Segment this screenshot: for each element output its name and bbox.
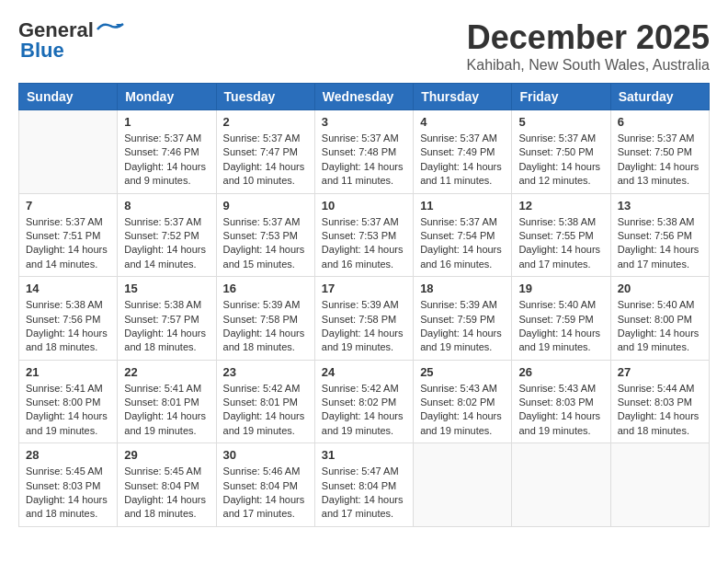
calendar-cell: 17Sunrise: 5:39 AMSunset: 7:58 PMDayligh… bbox=[314, 277, 413, 361]
day-info: Sunrise: 5:45 AMSunset: 8:04 PMDaylight:… bbox=[124, 465, 209, 522]
calendar-cell: 20Sunrise: 5:40 AMSunset: 8:00 PMDayligh… bbox=[610, 277, 709, 361]
calendar-cell bbox=[19, 110, 118, 194]
day-number: 7 bbox=[26, 199, 110, 213]
day-number: 18 bbox=[420, 282, 505, 295]
day-info: Sunrise: 5:37 AMSunset: 7:52 PMDaylight:… bbox=[124, 215, 209, 272]
calendar-cell: 6Sunrise: 5:37 AMSunset: 7:50 PMDaylight… bbox=[610, 110, 709, 194]
day-info: Sunrise: 5:38 AMSunset: 7:56 PMDaylight:… bbox=[26, 298, 110, 355]
day-header-wednesday: Wednesday bbox=[314, 84, 413, 110]
calendar-cell: 2Sunrise: 5:37 AMSunset: 7:47 PMDaylight… bbox=[216, 110, 314, 194]
day-info: Sunrise: 5:37 AMSunset: 7:51 PMDaylight:… bbox=[26, 215, 110, 272]
day-info: Sunrise: 5:37 AMSunset: 7:53 PMDaylight:… bbox=[223, 215, 308, 272]
calendar-cell: 3Sunrise: 5:37 AMSunset: 7:48 PMDaylight… bbox=[314, 110, 413, 194]
calendar-cell: 9Sunrise: 5:37 AMSunset: 7:53 PMDaylight… bbox=[216, 193, 314, 277]
calendar-week-row: 7Sunrise: 5:37 AMSunset: 7:51 PMDaylight… bbox=[19, 193, 710, 277]
calendar-cell: 31Sunrise: 5:47 AMSunset: 8:04 PMDayligh… bbox=[314, 443, 413, 527]
day-number: 14 bbox=[26, 282, 110, 295]
day-header-thursday: Thursday bbox=[414, 84, 512, 110]
month-title: December 2025 bbox=[467, 18, 710, 57]
calendar-cell: 25Sunrise: 5:43 AMSunset: 8:02 PMDayligh… bbox=[414, 360, 512, 443]
calendar-cell: 12Sunrise: 5:38 AMSunset: 7:55 PMDayligh… bbox=[512, 193, 610, 277]
day-number: 24 bbox=[322, 365, 406, 379]
day-number: 29 bbox=[124, 448, 209, 462]
logo-blue: Blue bbox=[20, 39, 64, 63]
header: General Blue December 2025 Kahibah, New … bbox=[18, 18, 710, 74]
calendar-table: SundayMondayTuesdayWednesdayThursdayFrid… bbox=[18, 83, 710, 527]
day-info: Sunrise: 5:39 AMSunset: 7:58 PMDaylight:… bbox=[223, 298, 308, 355]
calendar-cell: 7Sunrise: 5:37 AMSunset: 7:51 PMDaylight… bbox=[19, 193, 118, 277]
day-number: 28 bbox=[26, 448, 110, 462]
day-number: 6 bbox=[618, 115, 702, 129]
day-info: Sunrise: 5:37 AMSunset: 7:50 PMDaylight:… bbox=[518, 132, 603, 189]
day-number: 5 bbox=[518, 115, 603, 129]
day-number: 17 bbox=[322, 282, 406, 295]
day-number: 1 bbox=[124, 115, 209, 129]
calendar-cell bbox=[610, 443, 709, 527]
day-number: 23 bbox=[223, 365, 308, 379]
day-info: Sunrise: 5:43 AMSunset: 8:03 PMDaylight:… bbox=[518, 382, 603, 439]
calendar-cell bbox=[512, 443, 610, 527]
calendar-cell: 26Sunrise: 5:43 AMSunset: 8:03 PMDayligh… bbox=[512, 360, 610, 443]
day-number: 27 bbox=[618, 365, 702, 379]
calendar-week-row: 21Sunrise: 5:41 AMSunset: 8:00 PMDayligh… bbox=[19, 360, 710, 443]
calendar-cell: 24Sunrise: 5:42 AMSunset: 8:02 PMDayligh… bbox=[314, 360, 413, 443]
day-info: Sunrise: 5:37 AMSunset: 7:48 PMDaylight:… bbox=[322, 132, 406, 189]
calendar-cell: 10Sunrise: 5:37 AMSunset: 7:53 PMDayligh… bbox=[314, 193, 413, 277]
calendar-cell: 13Sunrise: 5:38 AMSunset: 7:56 PMDayligh… bbox=[610, 193, 709, 277]
calendar-cell: 30Sunrise: 5:46 AMSunset: 8:04 PMDayligh… bbox=[216, 443, 314, 527]
day-number: 19 bbox=[518, 282, 603, 295]
logo: General Blue bbox=[18, 18, 125, 63]
day-number: 10 bbox=[322, 199, 406, 213]
calendar-header-row: SundayMondayTuesdayWednesdayThursdayFrid… bbox=[19, 84, 710, 110]
day-info: Sunrise: 5:45 AMSunset: 8:03 PMDaylight:… bbox=[26, 465, 110, 522]
day-info: Sunrise: 5:37 AMSunset: 7:54 PMDaylight:… bbox=[420, 215, 505, 272]
calendar-cell: 1Sunrise: 5:37 AMSunset: 7:46 PMDaylight… bbox=[118, 110, 216, 194]
day-info: Sunrise: 5:37 AMSunset: 7:46 PMDaylight:… bbox=[124, 132, 209, 189]
day-info: Sunrise: 5:41 AMSunset: 8:00 PMDaylight:… bbox=[26, 382, 110, 439]
day-header-saturday: Saturday bbox=[610, 84, 709, 110]
calendar-cell: 4Sunrise: 5:37 AMSunset: 7:49 PMDaylight… bbox=[414, 110, 512, 194]
day-info: Sunrise: 5:37 AMSunset: 7:49 PMDaylight:… bbox=[420, 132, 505, 189]
day-info: Sunrise: 5:42 AMSunset: 8:02 PMDaylight:… bbox=[322, 382, 406, 439]
day-number: 31 bbox=[322, 448, 406, 462]
day-header-sunday: Sunday bbox=[19, 84, 118, 110]
day-info: Sunrise: 5:38 AMSunset: 7:56 PMDaylight:… bbox=[618, 215, 702, 272]
calendar-cell: 19Sunrise: 5:40 AMSunset: 7:59 PMDayligh… bbox=[512, 277, 610, 361]
day-number: 26 bbox=[518, 365, 603, 379]
day-info: Sunrise: 5:47 AMSunset: 8:04 PMDaylight:… bbox=[322, 465, 406, 522]
day-number: 20 bbox=[618, 282, 702, 295]
day-info: Sunrise: 5:37 AMSunset: 7:47 PMDaylight:… bbox=[223, 132, 308, 189]
calendar-cell: 16Sunrise: 5:39 AMSunset: 7:58 PMDayligh… bbox=[216, 277, 314, 361]
day-info: Sunrise: 5:43 AMSunset: 8:02 PMDaylight:… bbox=[420, 382, 505, 439]
calendar-cell: 22Sunrise: 5:41 AMSunset: 8:01 PMDayligh… bbox=[118, 360, 216, 443]
day-number: 15 bbox=[124, 282, 209, 295]
calendar-cell: 27Sunrise: 5:44 AMSunset: 8:03 PMDayligh… bbox=[610, 360, 709, 443]
day-info: Sunrise: 5:42 AMSunset: 8:01 PMDaylight:… bbox=[223, 382, 308, 439]
day-number: 25 bbox=[420, 365, 505, 379]
day-number: 4 bbox=[420, 115, 505, 129]
location-subtitle: Kahibah, New South Wales, Australia bbox=[467, 57, 710, 74]
day-info: Sunrise: 5:41 AMSunset: 8:01 PMDaylight:… bbox=[124, 382, 209, 439]
title-area: December 2025 Kahibah, New South Wales, … bbox=[467, 18, 710, 74]
logo-bird-icon bbox=[96, 20, 125, 39]
day-number: 22 bbox=[124, 365, 209, 379]
calendar-cell: 28Sunrise: 5:45 AMSunset: 8:03 PMDayligh… bbox=[19, 443, 118, 527]
day-info: Sunrise: 5:40 AMSunset: 7:59 PMDaylight:… bbox=[518, 298, 603, 355]
calendar-week-row: 28Sunrise: 5:45 AMSunset: 8:03 PMDayligh… bbox=[19, 443, 710, 527]
calendar-cell bbox=[414, 443, 512, 527]
day-info: Sunrise: 5:40 AMSunset: 8:00 PMDaylight:… bbox=[618, 298, 702, 355]
day-number: 3 bbox=[322, 115, 406, 129]
calendar-cell: 23Sunrise: 5:42 AMSunset: 8:01 PMDayligh… bbox=[216, 360, 314, 443]
calendar-cell: 8Sunrise: 5:37 AMSunset: 7:52 PMDaylight… bbox=[118, 193, 216, 277]
day-header-friday: Friday bbox=[512, 84, 610, 110]
calendar-cell: 15Sunrise: 5:38 AMSunset: 7:57 PMDayligh… bbox=[118, 277, 216, 361]
day-info: Sunrise: 5:39 AMSunset: 7:59 PMDaylight:… bbox=[420, 298, 505, 355]
calendar-cell: 18Sunrise: 5:39 AMSunset: 7:59 PMDayligh… bbox=[414, 277, 512, 361]
day-header-monday: Monday bbox=[118, 84, 216, 110]
day-number: 2 bbox=[223, 115, 308, 129]
day-number: 30 bbox=[223, 448, 308, 462]
calendar-week-row: 14Sunrise: 5:38 AMSunset: 7:56 PMDayligh… bbox=[19, 277, 710, 361]
day-number: 16 bbox=[223, 282, 308, 295]
day-info: Sunrise: 5:38 AMSunset: 7:57 PMDaylight:… bbox=[124, 298, 209, 355]
day-info: Sunrise: 5:44 AMSunset: 8:03 PMDaylight:… bbox=[618, 382, 702, 439]
